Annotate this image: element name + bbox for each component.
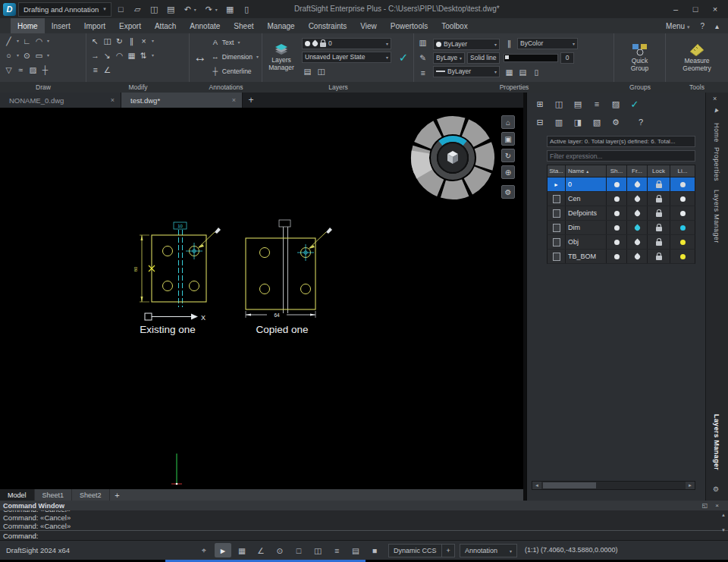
spline-icon[interactable]: ≈ [15,63,27,76]
esnap-toggle-icon[interactable]: □ [290,543,307,557]
ortho-toggle-icon[interactable]: ∠ [253,543,269,557]
entity-sheet-icon[interactable]: ▯ [531,66,542,79]
freeze-toggle[interactable] [627,250,648,263]
new-file-icon[interactable]: □ [114,2,128,16]
lock-toggle[interactable] [648,192,670,206]
etrack-toggle-icon[interactable]: ◫ [309,543,326,557]
tab-attach[interactable]: Attach [148,18,183,33]
move-icon[interactable]: ↖ [89,34,101,47]
scroll-up-icon[interactable]: ▲ [721,513,726,517]
close-command-window-icon[interactable]: × [715,502,719,509]
tab-constraints[interactable]: Constraints [302,18,354,33]
layer-row-tb-bom[interactable]: TB_BOM [547,250,695,264]
extend-icon[interactable]: → [89,49,101,61]
redo-chevron-icon[interactable]: ▾ [215,7,221,12]
hatch-fill-icon[interactable]: ▦ [504,66,515,79]
active-layer-combo[interactable]: 0 ▾ [302,38,391,49]
hatch-color-combo[interactable]: ByColor ▾ [517,38,578,49]
lock-toggle[interactable] [648,235,670,249]
dimension-button[interactable]: ↔ Dimension ▾ [211,49,260,64]
edit-properties-icon[interactable]: ✎ [417,52,428,64]
lock-toggle[interactable] [648,177,670,191]
transparency-slider[interactable] [504,54,558,62]
help-icon[interactable]: ? [632,115,649,130]
print-icon[interactable]: ▤ [164,2,178,16]
navigation-wheel[interactable] [408,113,497,202]
text-button[interactable]: A Text ▾ [211,35,260,49]
freeze-toggle[interactable] [627,177,648,191]
merge-layers-icon[interactable]: ≡ [588,96,605,111]
add-scale-button[interactable]: + [441,544,455,557]
transparency-value[interactable]: 0 [560,52,574,64]
fill-toggle-icon[interactable]: ■ [366,543,383,557]
tab-view[interactable]: View [353,18,384,33]
layer-row-dim[interactable]: Dim [547,221,695,235]
column-linecolor[interactable]: Li... [670,165,695,177]
palette-tab-properties[interactable]: Properties [713,147,720,181]
chevron-down-icon[interactable]: ▾ [150,38,155,43]
tab-home[interactable]: Home [11,18,45,33]
tab-annotate[interactable]: Annotate [183,18,227,33]
lock-toggle[interactable] [648,206,670,220]
snap-toggle-icon[interactable]: ⌖ [196,543,212,557]
column-lock[interactable]: Lock [648,165,670,177]
linecolor-swatch[interactable] [670,235,695,249]
polyline-icon[interactable]: ∟ [21,34,33,47]
close-button[interactable]: × [705,2,725,17]
scroll-right-icon[interactable]: ► [686,482,695,489]
show-toggle[interactable] [607,206,627,220]
point-icon[interactable]: ┼ [39,63,51,76]
activate-layer-icon[interactable]: ▥ [551,115,567,130]
horizontal-scrollbar[interactable]: ◄ ► [532,481,695,490]
document-tab-noname[interactable]: NONAME_0.dwg × [0,93,121,108]
command-prompt[interactable]: Command: [0,530,728,540]
centerline-button[interactable]: ┼ Centerline [211,64,260,78]
view-settings-gear-icon[interactable]: ⚙ [501,185,515,199]
circle-icon[interactable]: ○ [3,49,14,61]
gradient-icon[interactable]: ▤ [517,66,529,79]
tab-manage[interactable]: Manage [261,18,302,33]
lineweight-toggle-icon[interactable]: ≡ [328,543,345,557]
apply-check-icon[interactable]: ✓ [626,96,643,111]
ellipse-icon[interactable]: ⊙ [21,49,33,61]
pin-icon[interactable]: ▼ [711,105,721,115]
layer-isolate-icon[interactable]: ◫ [315,65,327,78]
add-sheet-button[interactable]: + [110,491,125,500]
layer-row-obj[interactable]: Obj [547,235,695,250]
open-file-icon[interactable]: ▱ [130,2,145,16]
properties-painter-icon[interactable]: ▥ [417,36,428,49]
isolate-layer-icon[interactable]: ▨ [607,96,624,111]
freeze-toggle[interactable] [627,192,648,206]
chevron-down-icon[interactable]: ▾ [15,52,20,58]
settings-gear-icon[interactable]: ⚙ [607,115,624,130]
help-button[interactable]: ? [700,22,704,30]
strip-gear-icon[interactable]: ⚙ [713,485,719,493]
fillet-icon[interactable]: ◠ [114,49,125,61]
layer-states-icon[interactable]: ▤ [570,96,586,111]
linestyle-tool-icon[interactable]: ≡ [417,67,428,80]
slider-thumb[interactable] [505,55,509,59]
close-panel-icon[interactable]: × [713,95,717,102]
copy-icon[interactable]: ◫ [102,34,113,47]
float-window-icon[interactable]: ◱ [702,502,708,509]
chamfer-icon[interactable]: ∠ [102,63,113,76]
new-layer-icon[interactable]: ⊞ [532,96,548,111]
line-color-combo[interactable]: ByLayer ▾ [433,39,500,50]
linestyle-name-combo[interactable]: Solid line [467,52,500,64]
maximize-button[interactable]: □ [686,2,705,17]
offset-icon[interactable]: ≡ [89,63,101,76]
sheet-tab-sheet1[interactable]: Sheet1 [35,489,73,501]
menu-button[interactable]: Menu ▾ [666,22,689,30]
new-document-tab-button[interactable]: + [243,93,259,108]
layer-row-0[interactable]: ► 0 [547,177,695,192]
print-area-toggle-icon[interactable]: ▤ [347,543,364,557]
tab-export[interactable]: Export [112,18,148,33]
linecolor-swatch[interactable] [670,206,695,220]
column-show[interactable]: Sh... [607,165,627,177]
chevron-down-icon[interactable]: ▾ [46,52,51,58]
undo-chevron-icon[interactable]: ▾ [194,7,199,12]
polar-toggle-icon[interactable]: ⊙ [271,543,288,557]
tab-sheet[interactable]: Sheet [227,18,260,33]
freeze-toggle[interactable] [627,235,648,249]
column-frozen[interactable]: Fr... [627,165,648,177]
